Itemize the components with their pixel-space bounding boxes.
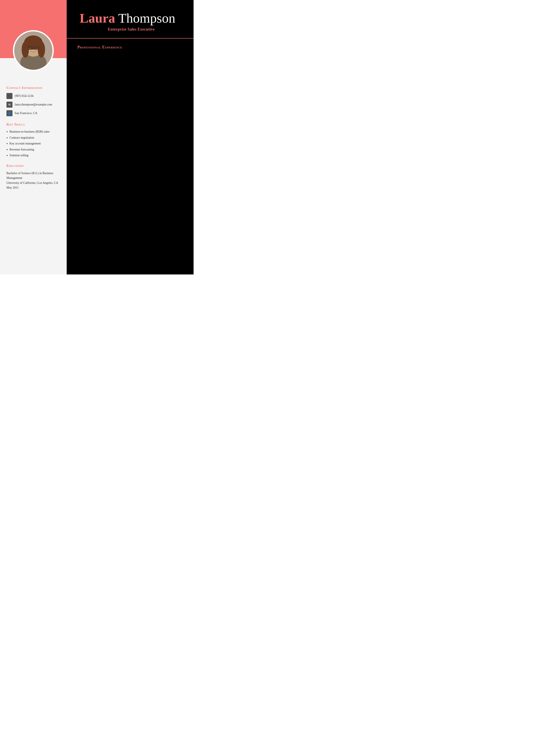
main-body: Professional Experience: [67, 39, 193, 275]
phone-item: 📞 (987) 654-1234: [7, 93, 60, 99]
contact-section-title: Contact Information: [7, 86, 60, 90]
education-institution: University of California | Los Angeles, …: [7, 181, 58, 189]
sidebar-content: Contact Information 📞 (987) 654-1234 ✉ l…: [0, 75, 67, 195]
email-item: ✉ laura.thompson@example.com: [7, 102, 60, 108]
email-icon: ✉: [7, 102, 13, 108]
skill-item: Contract negotiation: [7, 136, 60, 140]
job-title: Enterprise Sales Executive: [80, 27, 183, 32]
sidebar-header: [0, 0, 67, 58]
svg-point-4: [22, 41, 29, 58]
phone-icon: 📞: [7, 93, 13, 99]
phone-text: (987) 654-1234: [14, 93, 34, 98]
skill-item: Solution selling: [7, 153, 60, 158]
main-content: Laura Thompson Enterprise Sales Executiv…: [67, 0, 193, 275]
last-name: Thompson: [115, 11, 175, 25]
avatar: [13, 30, 54, 71]
skill-item: Key account management: [7, 142, 60, 146]
full-name: Laura Thompson: [80, 11, 183, 25]
email-text: laura.thompson@example.com: [14, 102, 52, 107]
svg-point-5: [38, 41, 45, 58]
skills-list: Business-to-business (B2B) salesContract…: [7, 130, 60, 158]
experience-section-title: Professional Experience: [77, 45, 183, 49]
education-block: Bachelor of Science (B.S.) in Business M…: [7, 171, 60, 190]
skills-section-title: Key Skills: [7, 122, 60, 126]
main-header: Laura Thompson Enterprise Sales Executiv…: [67, 0, 193, 39]
location-item: 👤 San Francisco, CA: [7, 110, 60, 116]
skill-item: Business-to-business (B2B) sales: [7, 130, 60, 134]
education-degree: Bachelor of Science (B.S.) in Business M…: [7, 172, 53, 179]
skill-item: Revenue forecasting: [7, 148, 60, 152]
location-icon: 👤: [7, 110, 13, 116]
education-section-title: Education: [7, 164, 60, 168]
first-name: Laura: [80, 11, 115, 25]
location-text: San Francisco, CA: [14, 110, 37, 115]
sidebar: Contact Information 📞 (987) 654-1234 ✉ l…: [0, 0, 67, 275]
